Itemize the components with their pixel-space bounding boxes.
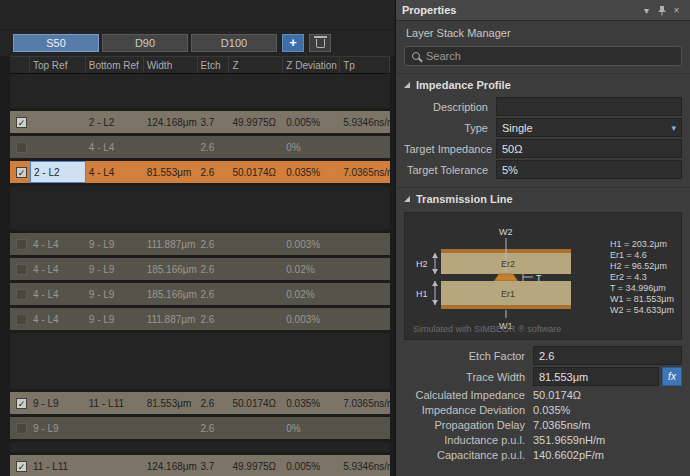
width-cell[interactable] (144, 136, 198, 158)
column-header-z-deviation[interactable]: Z Deviation (283, 57, 340, 73)
trace-width-input[interactable] (533, 367, 659, 386)
etch-cell[interactable]: 2.6 (198, 161, 230, 183)
tp-cell[interactable]: 5.9346ns/m (340, 455, 390, 476)
z-cell[interactable] (229, 136, 283, 158)
impedance-row[interactable]: 4 - L42.60% (10, 136, 390, 158)
tp-cell[interactable] (340, 136, 390, 158)
bottom-ref-cell[interactable] (86, 455, 144, 476)
width-cell[interactable]: 111.887μm (144, 308, 198, 330)
search-input[interactable] (426, 50, 674, 62)
bottom-ref-cell[interactable]: 4 - L4 (86, 136, 144, 158)
profile-tab-d100[interactable]: D100 (191, 34, 277, 52)
column-header-etch[interactable]: Etch (198, 57, 230, 73)
etch-cell[interactable]: 2.6 (198, 308, 230, 330)
bottom-ref-cell[interactable]: 11 - L11 (86, 392, 144, 414)
etch-cell[interactable]: 3.7 (198, 111, 230, 133)
width-cell[interactable]: 81.553μm (144, 392, 198, 414)
width-cell[interactable] (144, 417, 198, 439)
tp-cell[interactable] (340, 308, 390, 330)
impedance-row[interactable]: ✓2 - L24 - L481.553μm2.650.0174Ω0.035%7.… (10, 161, 390, 183)
z-deviation-cell[interactable]: 0.035% (283, 392, 340, 414)
type-dropdown[interactable]: Single▾ (496, 118, 682, 137)
impedance-row[interactable]: ✓11 - L11124.168μm3.749.9975Ω0.005%5.934… (10, 455, 390, 476)
z-cell[interactable]: 50.0174Ω (229, 161, 283, 183)
column-header-tp[interactable]: Tp (340, 57, 390, 73)
top-ref-cell[interactable]: 4 - L4 (30, 283, 86, 305)
column-header-z[interactable]: Z (229, 57, 283, 73)
z-cell[interactable] (229, 283, 283, 305)
impedance-row[interactable]: 4 - L49 - L9185.166μm2.60.02% (10, 283, 390, 305)
z-cell[interactable]: 49.9975Ω (229, 455, 283, 476)
width-cell[interactable]: 185.166μm (144, 258, 198, 280)
width-cell[interactable]: 185.166μm (144, 283, 198, 305)
etch-cell[interactable]: 2.6 (198, 417, 230, 439)
tp-cell[interactable]: 7.0365ns/m (340, 392, 390, 414)
top-ref-cell[interactable]: 9 - L9 (30, 392, 86, 414)
target-tolerance-input[interactable] (496, 160, 682, 179)
width-cell[interactable]: 124.168μm (144, 455, 198, 476)
etch-cell[interactable]: 3.7 (198, 455, 230, 476)
tp-cell[interactable] (340, 233, 390, 255)
top-ref-cell[interactable]: 4 - L4 (30, 258, 86, 280)
z-cell[interactable] (229, 417, 283, 439)
z-cell[interactable] (229, 258, 283, 280)
description-input[interactable] (496, 97, 682, 116)
column-header-width[interactable]: Width (144, 57, 198, 73)
top-ref-cell[interactable]: 9 - L9 (30, 417, 86, 439)
tp-cell[interactable]: 7.0365ns/m (340, 161, 390, 183)
impedance-profile-section-header[interactable]: Impedance Profile (396, 73, 690, 95)
bottom-ref-cell[interactable]: 9 - L9 (86, 283, 144, 305)
delete-profile-button[interactable] (309, 34, 331, 52)
width-cell[interactable]: 124.168μm (144, 111, 198, 133)
bottom-ref-cell[interactable]: 4 - L4 (86, 161, 144, 183)
top-ref-cell[interactable]: 4 - L4 (30, 308, 86, 330)
tp-cell[interactable] (340, 258, 390, 280)
row-checkbox[interactable]: ✓ (16, 461, 27, 472)
impedance-row[interactable]: 4 - L49 - L9185.166μm2.60.02% (10, 258, 390, 280)
top-ref-cell[interactable]: 4 - L4 (30, 233, 86, 255)
row-checkbox[interactable] (16, 423, 27, 434)
width-cell[interactable]: 81.553μm (144, 161, 198, 183)
row-checkbox[interactable] (16, 142, 27, 153)
top-ref-cell[interactable] (30, 111, 86, 133)
z-deviation-cell[interactable]: 0.003% (283, 233, 340, 255)
etch-factor-input[interactable] (533, 346, 682, 365)
top-ref-cell[interactable] (30, 136, 86, 158)
z-cell[interactable] (229, 308, 283, 330)
column-header-bottom-ref[interactable]: Bottom Ref (86, 57, 144, 73)
z-cell[interactable] (229, 233, 283, 255)
z-deviation-cell[interactable]: 0.005% (283, 455, 340, 476)
row-checkbox[interactable] (16, 239, 27, 250)
impedance-row[interactable]: ✓2 - L2124.168μm3.749.9975Ω0.005%5.9346n… (10, 111, 390, 133)
row-checkbox[interactable] (16, 264, 27, 275)
top-ref-cell[interactable]: 11 - L11 (30, 455, 86, 476)
profile-tab-d90[interactable]: D90 (102, 34, 188, 52)
chevron-down-icon[interactable]: ▾ (639, 5, 654, 16)
z-deviation-cell[interactable]: 0% (283, 417, 340, 439)
tp-cell[interactable]: 5.9346ns/m (340, 111, 390, 133)
bottom-ref-cell[interactable]: 9 - L9 (86, 308, 144, 330)
profile-tab-s50[interactable]: S50 (13, 34, 99, 52)
close-icon[interactable]: × (669, 5, 684, 16)
etch-cell[interactable]: 2.6 (198, 233, 230, 255)
z-deviation-cell[interactable]: 0.02% (283, 258, 340, 280)
add-profile-button[interactable]: + (282, 34, 304, 52)
impedance-row[interactable]: ✓9 - L911 - L1181.553μm2.650.0174Ω0.035%… (10, 392, 390, 414)
tp-cell[interactable] (340, 417, 390, 439)
z-cell[interactable]: 49.9975Ω (229, 111, 283, 133)
tp-cell[interactable] (340, 283, 390, 305)
etch-cell[interactable]: 2.6 (198, 283, 230, 305)
bottom-ref-cell[interactable] (86, 417, 144, 439)
row-checkbox[interactable] (16, 314, 27, 325)
row-checkbox[interactable]: ✓ (16, 398, 27, 409)
bottom-ref-cell[interactable]: 9 - L9 (86, 258, 144, 280)
top-ref-cell[interactable]: 2 - L2 (30, 161, 86, 183)
bottom-ref-cell[interactable]: 2 - L2 (86, 111, 144, 133)
row-checkbox[interactable]: ✓ (16, 167, 27, 178)
etch-cell[interactable]: 2.6 (198, 258, 230, 280)
transmission-line-section-header[interactable]: Transmission Line (396, 187, 690, 209)
column-header-top-ref[interactable]: Top Ref (30, 57, 86, 73)
z-deviation-cell[interactable]: 0% (283, 136, 340, 158)
z-deviation-cell[interactable]: 0.003% (283, 308, 340, 330)
z-deviation-cell[interactable]: 0.035% (283, 161, 340, 183)
